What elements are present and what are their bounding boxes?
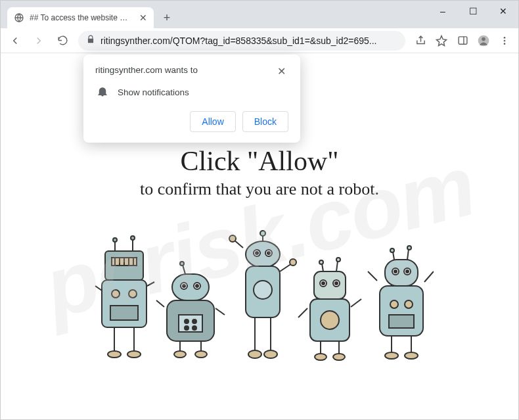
- svg-point-68: [336, 258, 340, 262]
- permission-domain-text: ritingsynther.com wants to: [95, 65, 275, 75]
- svg-point-93: [405, 300, 413, 308]
- svg-line-76: [298, 308, 307, 317]
- toolbar-right: [411, 30, 514, 51]
- svg-point-7: [504, 43, 506, 45]
- address-bar[interactable]: ritingsynther.com/QTOM?tag_id=858335&sub…: [78, 31, 405, 51]
- svg-line-96: [424, 271, 434, 282]
- svg-point-33: [183, 285, 185, 287]
- svg-point-50: [246, 241, 280, 268]
- svg-point-71: [322, 282, 325, 285]
- svg-point-48: [260, 231, 265, 236]
- svg-point-100: [405, 352, 418, 359]
- svg-rect-1: [459, 37, 467, 44]
- allow-button[interactable]: Allow: [190, 111, 235, 132]
- svg-line-82: [393, 252, 394, 260]
- svg-point-4: [482, 37, 485, 41]
- side-panel-icon[interactable]: [453, 30, 472, 51]
- svg-point-56: [254, 281, 272, 299]
- reload-button[interactable]: [52, 30, 73, 51]
- svg-point-9: [113, 238, 117, 242]
- svg-point-21: [129, 290, 137, 298]
- tab-title: ## To access the website click the: [30, 13, 131, 22]
- svg-point-80: [315, 354, 327, 360]
- svg-rect-31: [172, 274, 209, 300]
- browser-tab[interactable]: ## To access the website click the ✕: [7, 7, 154, 28]
- new-tab-button[interactable]: +: [158, 9, 176, 27]
- titlebar: ## To access the website click the ✕ + –…: [1, 1, 518, 28]
- permission-close-icon[interactable]: ✕: [275, 65, 288, 78]
- svg-line-65: [322, 264, 323, 271]
- svg-point-88: [394, 270, 397, 273]
- svg-point-35: [196, 285, 198, 287]
- svg-point-40: [185, 326, 189, 330]
- svg-line-58: [280, 264, 292, 271]
- svg-point-6: [504, 39, 506, 41]
- svg-line-43: [215, 308, 225, 315]
- notification-permission-dialog: ritingsynther.com wants to ✕ Show notifi…: [83, 55, 300, 143]
- svg-point-85: [407, 246, 411, 250]
- svg-line-29: [183, 265, 185, 274]
- svg-line-84: [407, 249, 409, 260]
- svg-rect-69: [314, 271, 346, 299]
- svg-rect-86: [385, 260, 418, 286]
- share-icon[interactable]: [411, 30, 430, 51]
- svg-point-73: [335, 282, 338, 285]
- svg-line-24: [147, 282, 154, 286]
- svg-line-67: [336, 261, 338, 271]
- maximize-button[interactable]: ☐: [458, 1, 488, 22]
- svg-point-54: [267, 252, 270, 254]
- svg-point-5: [504, 37, 506, 39]
- svg-point-41: [192, 326, 196, 330]
- svg-point-47: [195, 351, 207, 358]
- svg-point-28: [127, 351, 141, 358]
- svg-rect-22: [110, 306, 138, 320]
- svg-point-27: [108, 351, 121, 358]
- svg-point-39: [192, 319, 196, 323]
- page-subline: to confirm that you are not a robot.: [1, 179, 518, 199]
- menu-kebab-icon[interactable]: [495, 30, 514, 51]
- svg-line-42: [156, 300, 164, 307]
- url-text: ritingsynther.com/QTOM?tag_id=858335&sub…: [101, 35, 397, 46]
- svg-point-63: [248, 350, 261, 358]
- svg-point-38: [185, 319, 189, 323]
- forward-button[interactable]: [28, 30, 49, 51]
- svg-point-11: [131, 236, 135, 240]
- svg-line-77: [351, 299, 361, 307]
- svg-point-30: [180, 262, 184, 266]
- svg-point-90: [406, 270, 409, 273]
- window-controls: – ☐ ✕: [428, 1, 518, 23]
- profile-avatar-icon[interactable]: [474, 30, 493, 51]
- svg-point-46: [174, 351, 186, 358]
- back-button[interactable]: [5, 30, 26, 51]
- svg-point-52: [256, 252, 258, 254]
- robots-illustration: [1, 228, 518, 373]
- svg-point-66: [319, 260, 323, 264]
- svg-point-92: [390, 300, 398, 308]
- svg-point-83: [390, 248, 394, 252]
- close-window-button[interactable]: ✕: [488, 1, 518, 22]
- svg-point-64: [264, 350, 277, 358]
- lock-icon: [86, 35, 95, 46]
- permission-item-text: Show notifications: [118, 87, 189, 97]
- svg-rect-94: [389, 315, 414, 328]
- block-button[interactable]: Block: [242, 111, 288, 132]
- svg-line-23: [95, 286, 102, 291]
- tab-close-icon[interactable]: ✕: [139, 12, 147, 23]
- bell-icon: [97, 85, 108, 99]
- svg-rect-37: [179, 315, 202, 332]
- svg-point-59: [229, 235, 236, 242]
- svg-point-75: [321, 311, 339, 329]
- svg-point-60: [290, 259, 296, 266]
- globe-icon: [14, 12, 24, 23]
- svg-point-81: [333, 354, 345, 360]
- bookmark-star-icon[interactable]: [432, 30, 451, 51]
- navbar: ritingsynther.com/QTOM?tag_id=858335&sub…: [1, 28, 518, 53]
- svg-line-95: [368, 271, 377, 281]
- minimize-button[interactable]: –: [428, 1, 458, 22]
- svg-point-99: [385, 352, 398, 359]
- page-headline: Click "Allow": [1, 145, 518, 177]
- svg-point-20: [112, 290, 120, 298]
